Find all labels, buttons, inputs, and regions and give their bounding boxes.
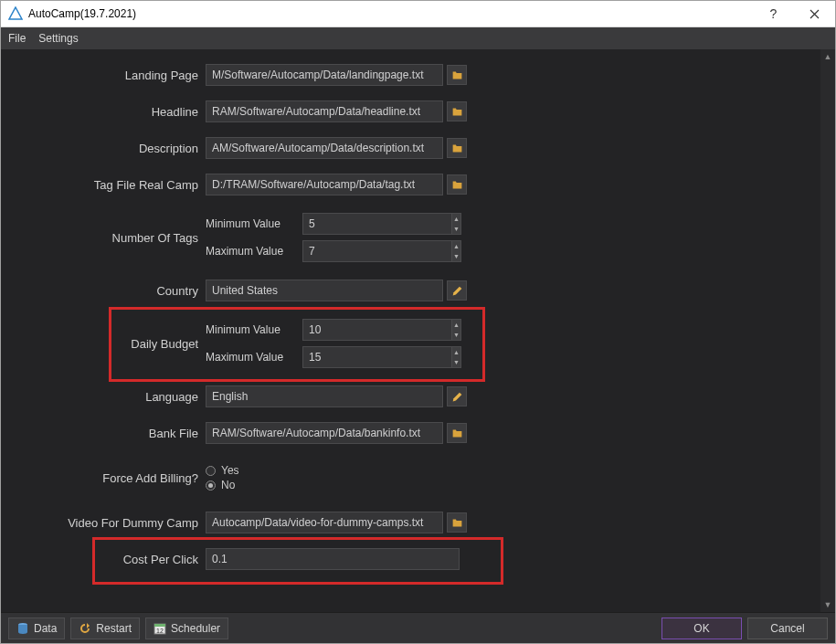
svg-rect-2	[154, 624, 165, 627]
description-label: Description	[1, 142, 206, 155]
close-button[interactable]	[794, 1, 835, 26]
country-edit-button[interactable]	[447, 280, 467, 301]
footer-bar: Data Restart 12 Scheduler OK Cancel	[1, 612, 835, 643]
scrollbar-up-button[interactable]: ▲	[820, 49, 835, 64]
num-tags-max-down[interactable]: ▼	[452, 251, 460, 261]
bank-file-input[interactable]	[206, 422, 443, 444]
app-window: AutoCamp(19.7.2021) ? File Settings Land…	[0, 0, 836, 644]
landing-page-browse-button[interactable]	[447, 65, 467, 85]
daily-budget-row: Daily Budget Minimum Value ▲ ▼	[1, 314, 820, 373]
content-area: Landing Page Headline	[1, 49, 835, 612]
country-input[interactable]	[206, 280, 443, 301]
landing-page-label: Landing Page	[1, 69, 206, 82]
app-icon	[8, 6, 23, 21]
menu-settings[interactable]: Settings	[38, 32, 78, 45]
form-area: Landing Page Headline	[1, 49, 820, 612]
title-bar: AutoCamp(19.7.2021) ?	[1, 1, 835, 27]
billing-yes-label: Yes	[221, 464, 239, 477]
restart-button[interactable]: Restart	[70, 618, 140, 639]
description-input[interactable]	[206, 137, 443, 159]
country-label: Country	[1, 284, 206, 298]
data-button-label: Data	[34, 622, 57, 635]
cpc-input[interactable]	[206, 548, 460, 570]
cancel-button-label: Cancel	[770, 622, 804, 635]
video-dummy-label: Video For Dummy Camp	[1, 516, 206, 530]
daily-budget-label: Daily Budget	[1, 337, 206, 351]
landing-page-input[interactable]	[206, 64, 443, 86]
cpc-row: Cost Per Click	[1, 546, 820, 572]
menu-bar: File Settings	[1, 27, 835, 49]
description-browse-button[interactable]	[447, 138, 467, 158]
restart-button-label: Restart	[96, 622, 132, 635]
svg-text:12: 12	[156, 628, 164, 634]
num-tags-max-label: Maximum Value	[206, 245, 295, 258]
daily-budget-max-up[interactable]: ▲	[452, 347, 460, 357]
help-button[interactable]: ?	[753, 1, 794, 26]
tag-file-input[interactable]	[206, 174, 443, 195]
video-dummy-input[interactable]	[206, 512, 443, 533]
video-dummy-browse-button[interactable]	[447, 512, 467, 533]
scheduler-button[interactable]: 12 Scheduler	[145, 618, 228, 639]
headline-browse-button[interactable]	[447, 101, 467, 121]
daily-budget-min-up[interactable]: ▲	[452, 320, 460, 330]
ok-button[interactable]: OK	[661, 618, 742, 639]
language-edit-button[interactable]	[447, 386, 467, 406]
cancel-button[interactable]: Cancel	[747, 618, 828, 639]
daily-budget-max-label: Maximum Value	[206, 351, 295, 364]
num-tags-label: Number Of Tags	[1, 231, 206, 245]
bank-file-browse-button[interactable]	[447, 423, 467, 443]
billing-yes-radio[interactable]	[206, 466, 216, 476]
force-add-billing-label: Force Add Billing?	[1, 471, 206, 485]
tag-file-label: Tag File Real Camp	[1, 178, 206, 192]
daily-budget-max-down[interactable]: ▼	[452, 357, 460, 367]
language-label: Language	[1, 390, 206, 404]
window-title: AutoCamp(19.7.2021)	[28, 7, 753, 20]
ok-button-label: OK	[693, 622, 709, 635]
num-tags-min-label: Minimum Value	[206, 217, 295, 230]
daily-budget-min-label: Minimum Value	[206, 323, 295, 336]
scheduler-button-label: Scheduler	[171, 622, 220, 635]
scrollbar-down-button[interactable]: ▼	[820, 597, 835, 612]
daily-budget-min-input[interactable]	[302, 319, 452, 341]
tag-file-browse-button[interactable]	[447, 174, 467, 195]
vertical-scrollbar[interactable]: ▲ ▼	[820, 49, 835, 612]
menu-file[interactable]: File	[8, 32, 26, 45]
num-tags-min-input[interactable]	[302, 213, 452, 235]
restart-icon	[79, 622, 91, 635]
num-tags-max-input[interactable]	[302, 240, 452, 262]
database-icon	[16, 622, 29, 635]
data-button[interactable]: Data	[8, 618, 65, 639]
headline-input[interactable]	[206, 100, 443, 122]
language-input[interactable]	[206, 385, 443, 407]
num-tags-min-up[interactable]: ▲	[452, 214, 460, 224]
cpc-label: Cost Per Click	[1, 553, 206, 566]
billing-no-radio[interactable]	[206, 480, 216, 491]
num-tags-min-down[interactable]: ▼	[452, 224, 460, 234]
headline-label: Headline	[1, 105, 206, 119]
daily-budget-max-input[interactable]	[302, 346, 452, 368]
bank-file-label: Bank File	[1, 427, 206, 440]
calendar-icon: 12	[153, 622, 166, 635]
billing-no-label: No	[221, 479, 235, 491]
daily-budget-min-down[interactable]: ▼	[452, 330, 460, 340]
num-tags-max-up[interactable]: ▲	[452, 241, 460, 251]
